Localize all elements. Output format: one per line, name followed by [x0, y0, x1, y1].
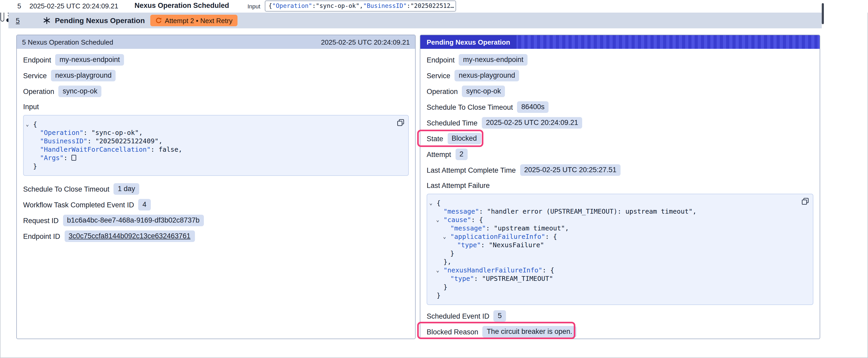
field-value-request-id: b1c6a4bc-8ee7-468a-9169-df3b02c8737b [63, 215, 204, 226]
event-detail-fields-top: Endpointmy-nexus-endpointServicenexus-pl… [23, 54, 409, 97]
code-line: ⌄{ [427, 199, 797, 207]
pending-operation-fields-bottom: Scheduled Event ID5Blocked ReasonThe cir… [427, 310, 813, 337]
field-value-scheduled-time: 2025-02-25 UTC 20:24:09.21 [482, 117, 583, 129]
field-value-last-attempt-complete-time: 2025-02-25 UTC 20:25:27.51 [520, 164, 621, 176]
code-line: }, [427, 258, 797, 266]
field-row-state: StateBlocked [427, 133, 813, 144]
event-detail-body: Endpointmy-nexus-endpointServicenexus-pl… [17, 49, 415, 252]
code-line: } [427, 283, 797, 291]
copy-icon[interactable] [397, 119, 404, 126]
field-row-endpoint: Endpointmy-nexus-endpoint [23, 54, 409, 66]
json-text: : [64, 154, 71, 162]
json-key: "Operation" [40, 129, 84, 136]
pending-operation-header-title: Pending Nexus Operation [420, 35, 517, 49]
input-label: Input [247, 3, 260, 9]
json-text: : { [542, 266, 554, 274]
json-text: } [33, 162, 37, 170]
field-row-service: Servicenexus-playground [427, 70, 813, 82]
pending-event-id-link[interactable]: 5 [16, 17, 20, 24]
code-line: ⌄"cause": { [427, 216, 797, 224]
event-timestamp: 2025-02-25 UTC 20:24:09.21 [29, 2, 118, 10]
event-title: Nexus Operation Scheduled [134, 2, 229, 9]
field-row-endpoint-id: Endpoint ID3c0c75ccfa8144b092c13ce632463… [23, 230, 409, 242]
json-text: : { [545, 232, 557, 240]
json-key: "applicationFailureInfo" [450, 232, 545, 240]
json-text: : [481, 241, 489, 249]
json-key: "cause" [443, 216, 471, 224]
field-row-schedule-to-close-timeout: Schedule To Close Timeout1 day [23, 183, 409, 195]
json-key: "Operation" [272, 2, 312, 9]
json-text: , [159, 137, 163, 145]
field-value-endpoint-id[interactable]: 3c0c75ccfa8144b092c13ce632463761 [64, 230, 195, 242]
json-text: "UPSTREAM_TIMEOUT" [482, 274, 553, 283]
code-line: "type": "UPSTREAM_TIMEOUT" [427, 274, 797, 283]
pending-nexus-operation-row[interactable]: 5 Pending Nexus Operation Attempt 2 • Ne… [8, 12, 822, 28]
json-text: : [88, 137, 95, 145]
pending-operation-fields-top: Endpointmy-nexus-endpointServicenexus-pl… [427, 54, 813, 176]
pending-operation-body: Endpointmy-nexus-endpointServicenexus-pl… [420, 49, 820, 347]
field-row-workflow-task-completed-event-id: Workflow Task Completed Event ID4 [23, 199, 409, 210]
json-text: : [479, 207, 487, 215]
json-key: "type" [457, 241, 481, 249]
code-line: "message": "handler error (UPSTREAM_TIME… [427, 207, 797, 216]
json-text: : [312, 2, 316, 9]
field-row-operation: Operationsync-op-ok [427, 86, 813, 97]
field-label-endpoint: Endpoint [427, 56, 455, 64]
json-key: "message" [443, 207, 479, 215]
json-text: , [692, 207, 696, 215]
field-label-scheduled-time: Scheduled Time [427, 119, 477, 127]
field-value-state: Blocked [447, 133, 481, 144]
collapse-chevron-icon[interactable]: ⌄ [26, 121, 29, 128]
field-value-operation: sync-op-ok [59, 86, 102, 97]
event-detail-header-title: 5 Nexus Operation Scheduled [22, 38, 113, 46]
field-row-scheduled-time: Scheduled Time2025-02-25 UTC 20:24:09.21 [427, 117, 813, 129]
json-text: "sync-op-ok" [316, 2, 360, 9]
json-text: { [269, 2, 272, 9]
field-value-workflow-task-completed-event-id: 4 [138, 199, 151, 210]
input-preview-box[interactable]: {"Operation":"sync-op-ok","BusinessID":"… [265, 1, 456, 11]
json-text: , [565, 224, 569, 232]
field-label-last-attempt-complete-time: Last Attempt Complete Time [427, 166, 516, 174]
code-line: ⌄"applicationFailureInfo": { [427, 232, 797, 241]
field-row-last-attempt-complete-time: Last Attempt Complete Time2025-02-25 UTC… [427, 164, 813, 176]
collapse-chevron-icon[interactable]: ⌄ [429, 199, 432, 207]
event-row-nexus-operation-scheduled[interactable]: 5 2025-02-25 UTC 20:24:09.21 Nexus Opera… [0, 0, 868, 12]
scrollbar-thumb[interactable] [822, 3, 824, 24]
field-value-endpoint: my-nexus-endpoint [56, 54, 124, 66]
json-key: "BusinessID" [363, 2, 407, 9]
field-label-state: State [427, 135, 443, 142]
json-text: { [437, 199, 440, 207]
copy-icon[interactable] [802, 198, 809, 205]
field-label-service: Service [427, 72, 450, 79]
json-text: } [437, 291, 440, 299]
event-detail-fields-bottom: Schedule To Close Timeout1 dayWorkflow T… [23, 183, 409, 242]
workflow-history-view: 5 2025-02-25 UTC 20:24:09.21 Nexus Opera… [0, 0, 868, 358]
field-row-scheduled-event-id: Scheduled Event ID5 [427, 310, 813, 322]
json-text: , [139, 129, 143, 136]
json-text: "upstream timeout" [494, 224, 565, 232]
field-value-scheduled-event-id: 5 [494, 310, 506, 322]
input-section-label: Input [23, 101, 409, 113]
json-text: false [159, 145, 178, 153]
input-json-lines: ⌄{"Operation": "sync-op-ok","BusinessID"… [24, 120, 393, 171]
json-text: : [407, 2, 410, 9]
json-text: "2025022512… [410, 2, 454, 9]
field-label-operation: Operation [427, 88, 458, 95]
json-text: , [178, 145, 182, 153]
json-text: } [450, 249, 454, 257]
field-label-service: Service [23, 72, 47, 79]
pending-operation-panel-header: Pending Nexus Operation [420, 35, 820, 49]
json-text: "sync-op-ok" [91, 129, 139, 136]
json-text: { [33, 120, 37, 128]
collapse-chevron-icon[interactable]: ⌄ [436, 216, 439, 224]
field-value-schedule-to-close-timeout: 1 day [114, 183, 139, 195]
event-detail-panel-header: 5 Nexus Operation Scheduled 2025-02-25 U… [17, 35, 415, 49]
event-detail-header-timestamp: 2025-02-25 UTC 20:24:09.21 [321, 38, 410, 46]
collapse-chevron-icon[interactable]: ⌄ [443, 233, 446, 240]
field-row-endpoint: Endpointmy-nexus-endpoint [427, 54, 813, 66]
code-line: ⌄{ [24, 120, 393, 129]
field-label-endpoint-id: Endpoint ID [23, 232, 60, 240]
retry-attempt-badge[interactable]: Attempt 2 • Next Retry [150, 15, 238, 26]
collapse-chevron-icon[interactable]: ⌄ [436, 267, 439, 274]
field-value-blocked-reason: The circuit breaker is open. [483, 326, 577, 337]
